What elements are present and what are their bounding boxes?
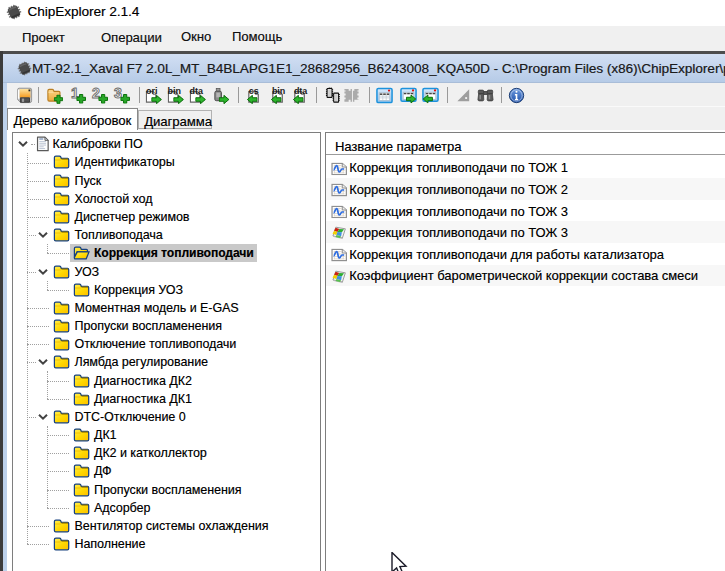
svg-text:ori: ori — [146, 87, 157, 96]
svg-text:bin: bin — [167, 87, 180, 96]
svg-text:dta: dta — [189, 87, 203, 96]
svg-text:dta: dta — [294, 87, 308, 96]
svg-text:bin: bin — [271, 87, 284, 96]
svg-text:cs: cs — [249, 87, 259, 96]
